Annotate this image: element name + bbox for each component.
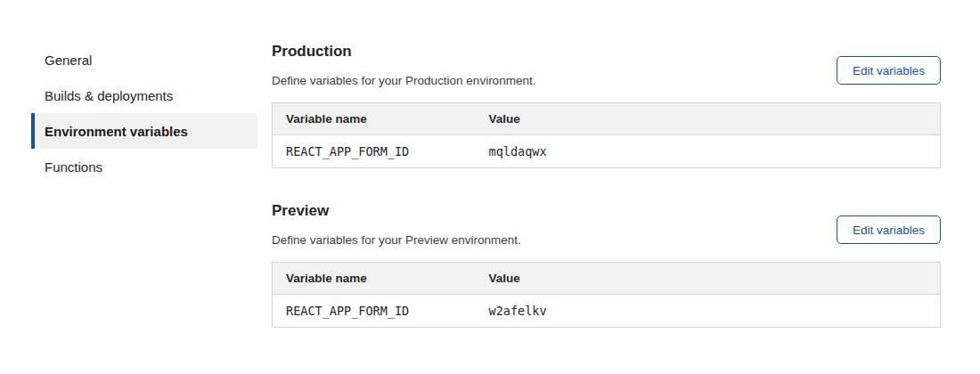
value-column-header: Value xyxy=(476,103,941,135)
preview-section-header: Preview Define variables for your Previe… xyxy=(272,202,941,248)
settings-sidebar: General Builds & deployments Environment… xyxy=(31,42,257,328)
variable-name-cell: REACT_APP_FORM_ID xyxy=(273,135,476,168)
sidebar-item-general[interactable]: General xyxy=(31,42,257,77)
value-column-header: Value xyxy=(476,263,941,295)
variable-value-cell: mqldaqwx xyxy=(476,135,941,168)
production-variables-table: Variable name Value REACT_APP_FORM_ID mq… xyxy=(272,102,941,168)
sidebar-item-label: Environment variables xyxy=(45,124,188,139)
table-row: REACT_APP_FORM_ID w2afelkv xyxy=(273,295,941,328)
sidebar-item-label: Builds & deployments xyxy=(45,88,173,103)
table-header-row: Variable name Value xyxy=(273,103,941,135)
variable-value-cell: w2afelkv xyxy=(476,295,941,328)
sidebar-item-environment-variables[interactable]: Environment variables xyxy=(31,113,257,149)
variable-name-column-header: Variable name xyxy=(273,103,476,135)
preview-variables-table: Variable name Value REACT_APP_FORM_ID w2… xyxy=(272,262,941,328)
variable-name-cell: REACT_APP_FORM_ID xyxy=(273,295,476,328)
preview-section: Preview Define variables for your Previe… xyxy=(272,202,941,328)
production-edit-variables-button[interactable]: Edit variables xyxy=(837,56,941,85)
sidebar-item-builds-deployments[interactable]: Builds & deployments xyxy=(31,77,257,113)
production-section-header: Production Define variables for your Pro… xyxy=(272,43,941,88)
settings-page: General Builds & deployments Environment… xyxy=(0,0,980,328)
sidebar-item-functions[interactable]: Functions xyxy=(31,149,257,184)
environment-variables-panel: Production Define variables for your Pro… xyxy=(272,0,941,328)
table-header-row: Variable name Value xyxy=(273,263,941,295)
sidebar-item-label: General xyxy=(45,53,92,68)
preview-edit-variables-button[interactable]: Edit variables xyxy=(837,215,941,244)
production-section: Production Define variables for your Pro… xyxy=(272,43,941,168)
variable-name-column-header: Variable name xyxy=(273,263,476,295)
table-row: REACT_APP_FORM_ID mqldaqwx xyxy=(273,135,941,168)
sidebar-item-label: Functions xyxy=(45,159,102,175)
